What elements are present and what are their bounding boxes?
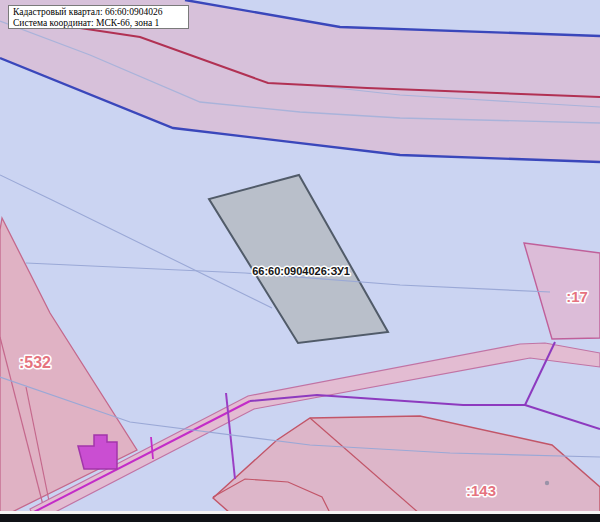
cadastral-quarter-text: Кадастровый квартал: 66:60:0904026 [13, 7, 188, 18]
bottom-divider-line [0, 511, 600, 514]
parcel-532-label: :532 [19, 354, 51, 371]
cadastral-map-screen: 66:60:0904026:ЗУ1 :532 :17 :143 Кадастро… [0, 0, 600, 522]
survey-point-dot [545, 481, 549, 485]
bottom-strip [0, 514, 600, 522]
parcel-17-label: :17 [566, 288, 588, 305]
map-canvas[interactable]: 66:60:0904026:ЗУ1 :532 :17 :143 [0, 0, 600, 522]
coordinate-system-text: Система координат: МСК-66, зона 1 [13, 18, 188, 29]
selected-parcel-label: 66:60:0904026:ЗУ1 [252, 265, 350, 277]
cadastral-info-box: Кадастровый квартал: 66:60:0904026 Систе… [8, 5, 189, 29]
parcel-143-label: :143 [466, 482, 496, 499]
